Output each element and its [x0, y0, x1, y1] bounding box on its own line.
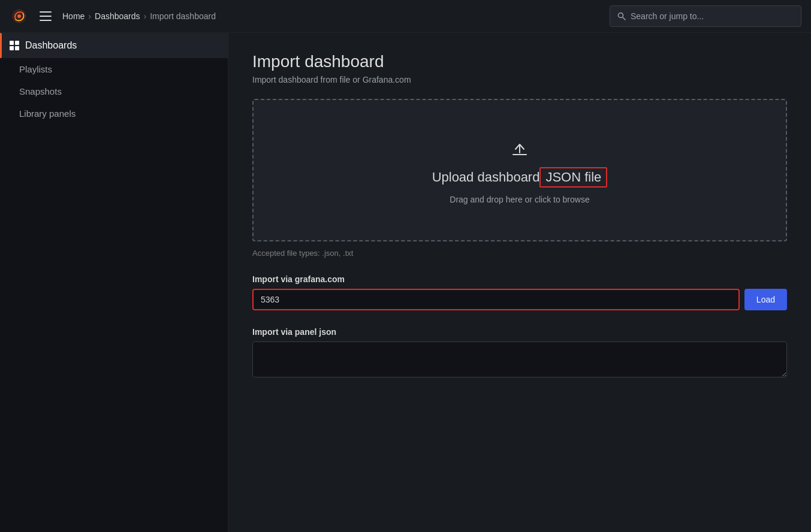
- accepted-types-text: Accepted file types: .json, .txt: [252, 249, 787, 258]
- page-subtitle: Import dashboard from file or Grafana.co…: [252, 75, 787, 84]
- sidebar-item-snapshots[interactable]: Snapshots: [0, 80, 228, 102]
- breadcrumb-current: Import dashboard: [150, 11, 216, 21]
- panel-json-label: Import via panel json: [252, 327, 787, 337]
- top-navbar: Home › Dashboards › Import dashboard Sea…: [0, 0, 811, 33]
- grafana-import-label: Import via grafana.com: [252, 274, 787, 284]
- sidebar-item-playlists[interactable]: Playlists: [0, 58, 228, 80]
- grafana-logo-icon[interactable]: [10, 7, 29, 26]
- load-button[interactable]: Load: [744, 289, 787, 310]
- breadcrumb-dashboards[interactable]: Dashboards: [95, 11, 140, 21]
- sidebar-item-library-panels[interactable]: Library panels: [0, 102, 228, 125]
- grafana-import-section: Import via grafana.com Load: [252, 274, 787, 310]
- svg-line-3: [623, 17, 625, 20]
- breadcrumb-sep-1: ›: [88, 11, 91, 21]
- panel-json-section: Import via panel json: [252, 327, 787, 379]
- svg-point-1: [17, 14, 21, 18]
- upload-text-pre: Upload dashboard: [432, 170, 540, 185]
- breadcrumb: Home › Dashboards › Import dashboard: [62, 11, 216, 21]
- breadcrumb-sep-2: ›: [144, 11, 147, 21]
- sidebar-dashboards-label: Dashboards: [25, 40, 77, 51]
- grafana-import-row: Load: [252, 289, 787, 310]
- dashboards-icon: [10, 41, 19, 50]
- upload-icon: [508, 136, 532, 160]
- search-bar-text: Search or jump to...: [631, 11, 704, 21]
- main-content: Import dashboard Import dashboard from f…: [228, 33, 811, 532]
- page-layout: Dashboards Playlists Snapshots Library p…: [0, 33, 811, 532]
- page-title: Import dashboard: [252, 52, 787, 71]
- sidebar: Dashboards Playlists Snapshots Library p…: [0, 33, 228, 532]
- search-bar[interactable]: Search or jump to...: [610, 5, 801, 27]
- upload-text: Upload dashboard JSON file: [432, 167, 608, 188]
- grafana-id-input[interactable]: [252, 289, 740, 310]
- panel-json-input[interactable]: [252, 341, 787, 377]
- sidebar-item-dashboards[interactable]: Dashboards: [0, 33, 228, 58]
- breadcrumb-home[interactable]: Home: [62, 11, 85, 21]
- upload-json-highlight: JSON file: [539, 167, 607, 188]
- svg-rect-4: [512, 154, 527, 155]
- search-icon: [617, 12, 626, 20]
- menu-toggle-button[interactable]: [36, 8, 55, 25]
- topnav-left: Home › Dashboards › Import dashboard: [10, 7, 216, 26]
- upload-subtext: Drag and drop here or click to browse: [450, 195, 589, 204]
- upload-area[interactable]: Upload dashboard JSON file Drag and drop…: [252, 99, 787, 241]
